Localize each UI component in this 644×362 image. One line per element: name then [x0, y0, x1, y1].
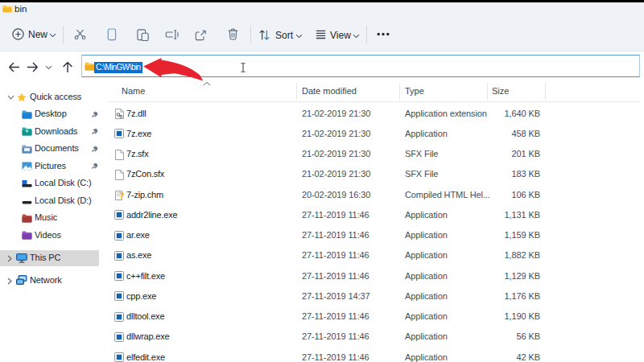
svg-text:?: ?: [119, 191, 124, 200]
